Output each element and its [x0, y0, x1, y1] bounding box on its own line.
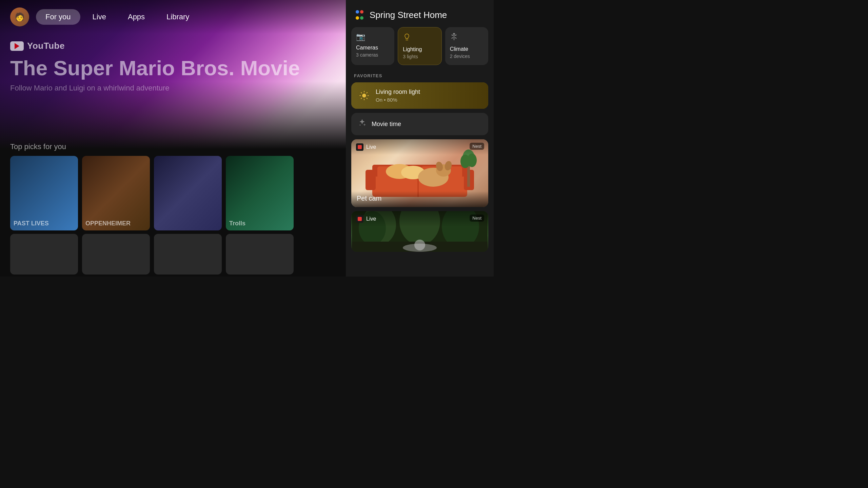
device-cards: 📷 Cameras 3 cameras Lighting 3 lights Cl…: [346, 27, 494, 70]
google-home-icon: [354, 9, 365, 20]
movie-card-small-1[interactable]: [10, 234, 78, 274]
nav-bar: 🧑 For you Live Apps Library: [0, 0, 346, 34]
svg-point-26: [414, 240, 425, 250]
camera-name-overlay-1: Pet cam: [351, 191, 488, 207]
nav-tabs: For you Live Apps Library: [36, 9, 199, 25]
camera-card-outdoor[interactable]: Live Nest: [351, 211, 488, 252]
movie-card-small-4[interactable]: [226, 234, 294, 274]
youtube-logo: YouTube: [10, 41, 300, 51]
light-info: Living room light On • 80%: [376, 88, 420, 103]
hero-subtitle: Follow Mario and Luigi on a whirlwind ad…: [10, 84, 300, 93]
main-content: 🧑 For you Live Apps Library YouTube The …: [0, 0, 346, 277]
tab-live[interactable]: Live: [83, 9, 116, 25]
hero-title: The Super Mario Bros. Movie: [10, 57, 300, 80]
movie-card-3[interactable]: [154, 156, 222, 230]
live-text-2: Live: [366, 216, 376, 222]
light-name: Living room light: [376, 88, 420, 96]
svg-point-0: [362, 94, 366, 98]
live-dot-2: [356, 215, 363, 223]
light-bulb-icon: [358, 89, 370, 102]
tab-apps[interactable]: Apps: [118, 9, 154, 25]
tab-for-you[interactable]: For you: [36, 9, 80, 25]
youtube-text: YouTube: [27, 41, 65, 51]
record-icon: [358, 145, 362, 149]
light-card[interactable]: Living room light On • 80%: [351, 82, 488, 109]
cameras-name: Cameras: [356, 45, 390, 51]
lighting-name: Lighting: [403, 46, 436, 53]
youtube-icon: [10, 41, 24, 51]
device-card-lighting[interactable]: Lighting 3 lights: [398, 27, 441, 65]
movie-card-past-lives[interactable]: PAST LIVES: [10, 156, 78, 230]
movie-title-4: Trolls: [229, 220, 245, 227]
camera-card-pet[interactable]: true Live Nest Pet cam: [351, 139, 488, 207]
movie-card-oppenheimer[interactable]: OPPENHEIMER: [82, 156, 150, 230]
camera-overlay-top: true Live: [351, 139, 488, 155]
cameras-count: 3 cameras: [356, 52, 390, 58]
movie-grid: PAST LIVES OPPENHEIMER Trolls: [0, 156, 304, 230]
hero-content: YouTube The Super Mario Bros. Movie Foll…: [10, 41, 300, 93]
favorites-label: FAVORITES: [346, 70, 494, 82]
movie-time-label: Movie time: [372, 121, 401, 128]
device-card-cameras[interactable]: 📷 Cameras 3 cameras: [351, 27, 394, 65]
section-label: Top picks for you: [10, 142, 66, 151]
movie-title-1: PAST LIVES: [14, 220, 49, 227]
nest-badge-2: Nest: [470, 215, 484, 222]
lighting-icon: [403, 33, 436, 43]
movie-card-trolls[interactable]: Trolls: [226, 156, 294, 230]
live-dot: [356, 143, 363, 151]
live-text-1: Live: [366, 144, 376, 150]
tab-library[interactable]: Library: [157, 9, 199, 25]
light-status: On • 80%: [376, 97, 420, 103]
movie-title-2: OPPENHEIMER: [85, 220, 131, 227]
home-title: Spring Street Home: [370, 10, 447, 20]
sparkle-icon: [358, 119, 366, 129]
avatar[interactable]: 🧑: [10, 7, 29, 26]
camera-overlay-top-2: Live: [351, 211, 488, 227]
home-header: Spring Street Home: [346, 0, 494, 27]
climate-count: 2 devices: [450, 54, 484, 59]
svg-rect-7: [366, 170, 376, 190]
record-icon-2: [358, 217, 362, 221]
right-panel: Spring Street Home 📷 Cameras 3 cameras L…: [346, 0, 494, 277]
camera-name-1: Pet cam: [357, 195, 381, 202]
nest-badge-1: Nest: [470, 143, 484, 150]
climate-name: Climate: [450, 46, 484, 52]
camera-icon: 📷: [356, 33, 390, 41]
movie-card-small-3[interactable]: [154, 234, 222, 274]
lighting-count: 3 lights: [403, 54, 436, 59]
movie-time-card[interactable]: Movie time: [351, 113, 488, 135]
movie-card-small-2[interactable]: [82, 234, 150, 274]
movie-grid-2: [0, 234, 304, 274]
device-card-climate[interactable]: Climate 2 devices: [445, 27, 488, 65]
svg-point-18: [467, 154, 477, 167]
climate-icon: [450, 33, 484, 43]
